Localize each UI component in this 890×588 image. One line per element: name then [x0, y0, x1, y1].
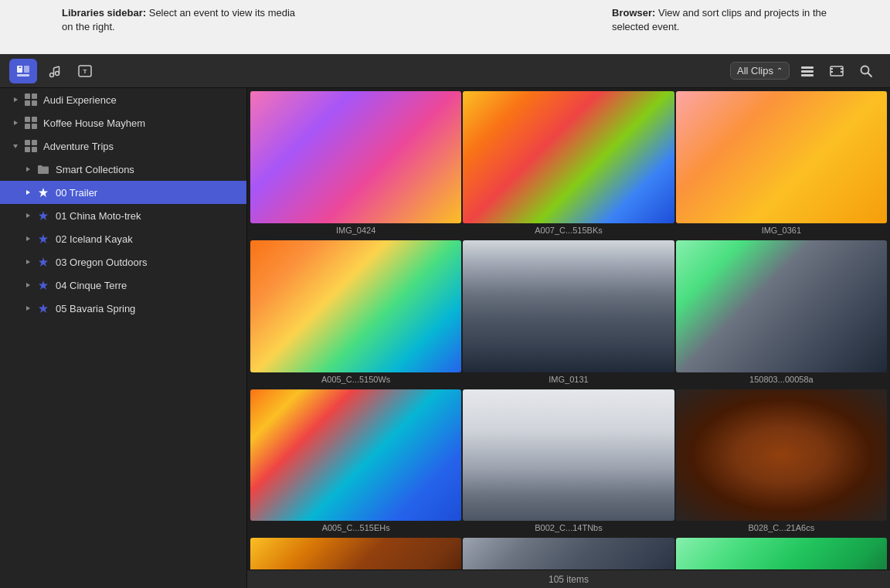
chevron-icon-china — [22, 209, 34, 222]
clip-label-clip8: B002_C...14TNbs — [463, 521, 674, 536]
chevron-icon-bavaria — [22, 302, 34, 314]
browser: IMG_0424A007_C...515BKsIMG_0361A005_C...… — [247, 88, 890, 588]
folder-icon-smart — [36, 161, 51, 177]
app-container: T All Clips ⌃ — [0, 54, 890, 588]
filmstrip-button[interactable] — [825, 60, 848, 82]
search-button[interactable] — [854, 60, 878, 82]
svg-marker-27 — [26, 213, 30, 218]
toolbar-left: T — [6, 59, 253, 83]
clip-item-clip4[interactable]: A005_C...5150Ws — [250, 240, 461, 388]
sidebar: Audi ExperienceKoffee House MayhemAdvent… — [0, 88, 247, 588]
sidebar-item-cinque[interactable]: 04 Cinque Terre — [0, 274, 246, 297]
svg-rect-2 — [17, 74, 29, 76]
sidebar-item-audi[interactable]: Audi Experience — [0, 88, 246, 111]
sidebar-item-china[interactable]: 01 China Moto-trek — [0, 204, 246, 227]
svg-marker-25 — [26, 190, 30, 195]
star-icon-bavaria — [36, 301, 51, 316]
clip-label-clip5: IMG_0131 — [463, 372, 674, 388]
clip-label-clip4: A005_C...5150Ws — [250, 372, 461, 388]
clip-thumb-clip1 — [250, 91, 461, 223]
music-button[interactable] — [40, 59, 68, 83]
clip-thumb-clip8 — [463, 389, 674, 522]
svg-rect-1 — [24, 66, 29, 73]
svg-marker-28 — [39, 211, 48, 220]
svg-line-8 — [54, 66, 59, 68]
chevron-icon-cinque — [22, 279, 34, 291]
annotation-left-title: Libraries sidebar: — [62, 7, 146, 19]
clip-thumb-clip4 — [250, 240, 461, 372]
clip-thumb-clip9 — [676, 389, 887, 522]
clip-item-clip9[interactable]: B028_C...21A6cs — [676, 389, 887, 537]
titles-button[interactable]: T — [71, 59, 99, 83]
clip-thumb-clip12 — [676, 538, 887, 569]
svg-marker-30 — [39, 234, 48, 243]
clip-label-clip6: 150803...00058a — [676, 372, 887, 388]
clip-thumb-clip10 — [250, 538, 461, 569]
sidebar-label-bavaria: 05 Bavaria Spring — [56, 303, 240, 314]
annotation-right: Browser: View and sort clips and project… — [612, 6, 859, 48]
svg-rect-12 — [801, 70, 814, 73]
star-icon-trailer — [36, 185, 51, 200]
svg-rect-16 — [831, 71, 833, 73]
sidebar-item-trailer[interactable]: 00 Trailer — [0, 181, 246, 204]
svg-line-20 — [868, 73, 872, 76]
svg-marker-26 — [39, 188, 48, 197]
svg-marker-21 — [14, 97, 18, 102]
clip-label-clip9: B028_C...21A6cs — [676, 521, 887, 536]
clip-item-clip3[interactable]: IMG_0361 — [676, 91, 887, 239]
svg-rect-17 — [841, 68, 843, 70]
clip-item-clip6[interactable]: 150803...00058a — [676, 240, 887, 388]
clip-item-clip2[interactable]: A007_C...515BKs — [463, 91, 674, 239]
annotation-right-title: Browser: — [612, 7, 655, 19]
clip-label-clip7: A005_C...515EHs — [250, 521, 461, 536]
chevron-icon-trailer — [22, 186, 34, 199]
svg-marker-31 — [26, 260, 30, 264]
grid-icon-adventure — [23, 138, 39, 154]
clip-item-clip12[interactable] — [676, 538, 887, 569]
chevron-icon-koffee — [9, 117, 22, 129]
clip-label-clip2: A007_C...515BKs — [463, 223, 674, 239]
sidebar-item-bavaria[interactable]: 05 Bavaria Spring — [0, 297, 246, 320]
svg-marker-22 — [14, 121, 18, 125]
sidebar-item-adventure[interactable]: Adventure Trips — [0, 134, 246, 158]
svg-rect-11 — [801, 66, 814, 69]
svg-marker-23 — [13, 144, 18, 148]
svg-text:T: T — [83, 68, 87, 75]
annotation-bar: Libraries sidebar: Select an event to vi… — [0, 0, 890, 54]
svg-marker-24 — [26, 167, 30, 172]
libraries-button[interactable] — [9, 59, 37, 83]
svg-marker-34 — [39, 280, 48, 290]
chevron-icon-iceland — [22, 233, 34, 245]
star-icon-iceland — [36, 231, 51, 246]
svg-marker-33 — [26, 283, 30, 287]
svg-marker-32 — [39, 257, 48, 267]
sidebar-label-audi: Audi Experience — [43, 94, 240, 106]
clips-selector[interactable]: All Clips ⌃ — [730, 62, 790, 80]
clip-item-clip8[interactable]: B002_C...14TNbs — [463, 389, 674, 537]
svg-rect-15 — [831, 68, 833, 70]
sidebar-label-oregon: 03 Oregon Outdoors — [56, 257, 240, 268]
svg-rect-13 — [801, 74, 814, 76]
chevron-icon-adventure — [9, 140, 22, 152]
status-bar: 105 items — [247, 569, 890, 588]
sidebar-label-koffee: Koffee House Mayhem — [43, 117, 240, 129]
clip-item-clip5[interactable]: IMG_0131 — [463, 240, 674, 388]
sidebar-label-china: 01 China Moto-trek — [56, 210, 240, 222]
clips-label: All Clips — [737, 65, 773, 76]
clip-item-clip11[interactable] — [463, 538, 674, 569]
annotation-left: Libraries sidebar: Select an event to vi… — [62, 6, 309, 48]
browser-grid: IMG_0424A007_C...515BKsIMG_0361A005_C...… — [247, 88, 890, 569]
clip-item-clip7[interactable]: A005_C...515EHs — [250, 389, 461, 537]
view-list-button[interactable] — [796, 60, 819, 82]
clip-item-clip1[interactable]: IMG_0424 — [250, 91, 461, 239]
chevron-icon-smart — [22, 163, 34, 175]
clip-item-clip10[interactable] — [250, 538, 461, 569]
grid-icon-audi — [23, 92, 39, 107]
clip-thumb-clip6 — [676, 240, 887, 372]
clip-label-clip1: IMG_0424 — [250, 223, 461, 239]
sidebar-item-smart[interactable]: Smart Collections — [0, 158, 246, 181]
sidebar-item-koffee[interactable]: Koffee House Mayhem — [0, 111, 246, 134]
sidebar-item-oregon[interactable]: 03 Oregon Outdoors — [0, 250, 246, 274]
sidebar-item-iceland[interactable]: 02 Iceland Kayak — [0, 227, 246, 250]
sidebar-label-iceland: 02 Iceland Kayak — [56, 233, 240, 245]
